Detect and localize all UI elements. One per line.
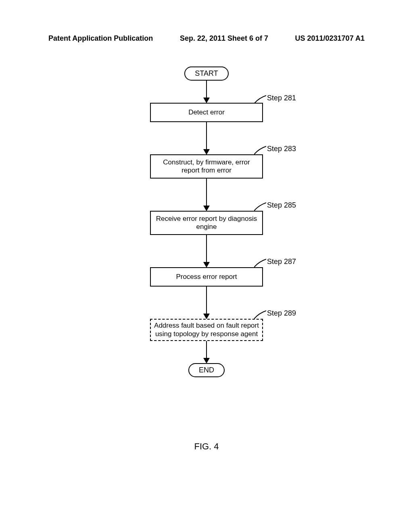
step-287-text: Process error report [176,273,237,281]
step-281-text: Detect error [188,108,225,116]
arrow-row-3: Step 285 [102,179,311,211]
figure-label: FIG. 4 [194,441,219,452]
end-row: END [102,363,311,377]
start-row: START [102,66,311,81]
header-publication: Patent Application Publication [48,34,153,43]
start-terminator: START [184,66,229,81]
arrow-row-6 [102,341,311,363]
step-281-box: Detect error [150,103,263,122]
step-283-row: Construct, by firmware, error report fro… [102,154,311,179]
end-terminator: END [188,363,225,377]
arrow-row-4: Step 287 [102,235,311,267]
step-289-box: Address fault based on fault report usin… [150,319,263,341]
step-289-row: Address fault based on fault report usin… [102,319,311,341]
step-281-row: Detect error [102,103,311,122]
step-285-text: Receive error report by diagnosis engine [154,215,259,231]
step-285-row: Receive error report by diagnosis engine [102,211,311,235]
step-label-289: Step 289 [267,309,296,318]
flowchart: START Step 281 Detect error Step 283 Con… [102,66,311,377]
step-283-box: Construct, by firmware, error report fro… [150,154,263,179]
header-patent-number: US 2011/0231707 A1 [295,34,365,43]
step-label-287: Step 287 [267,258,296,266]
header-date-sheet: Sep. 22, 2011 Sheet 6 of 7 [180,34,268,43]
arrow-row-5: Step 289 [102,287,311,319]
step-label-283: Step 283 [267,145,296,153]
step-label-285: Step 285 [267,201,296,210]
step-label-281: Step 281 [267,94,296,102]
end-label: END [199,366,214,374]
arrow-row-2: Step 283 [102,122,311,154]
step-283-text: Construct, by firmware, error report fro… [154,158,259,175]
arrow-row-1: Step 281 [102,81,311,103]
start-label: START [195,69,218,78]
step-285-box: Receive error report by diagnosis engine [150,211,263,235]
step-287-box: Process error report [150,267,263,287]
step-287-row: Process error report [102,267,311,287]
step-289-text: Address fault based on fault report usin… [154,322,259,338]
page-header: Patent Application Publication Sep. 22, … [0,34,413,43]
